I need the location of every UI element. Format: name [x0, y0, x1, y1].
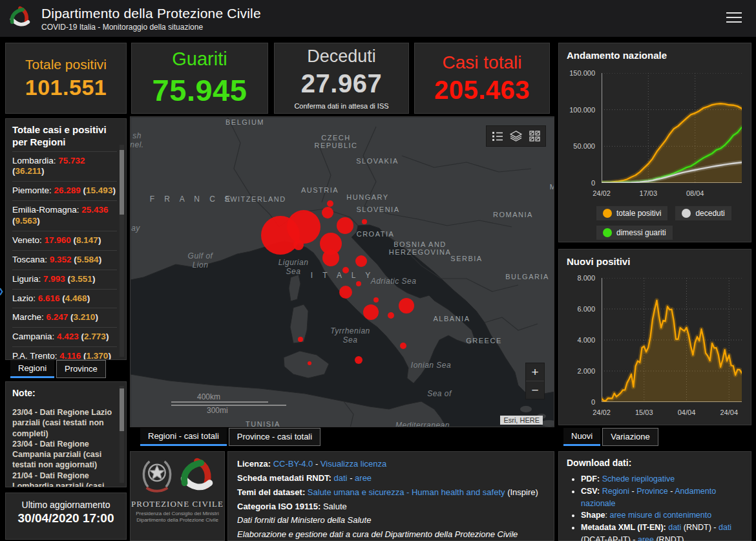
region-list-item[interactable]: Toscana: 9.352 (5.584) [12, 250, 117, 270]
case-bubble[interactable] [399, 298, 414, 313]
tab-regioni[interactable]: Regioni [10, 360, 54, 378]
case-bubble[interactable] [362, 219, 367, 224]
region-list-item[interactable]: Marche: 6.247 (3.210) [12, 308, 117, 327]
chart-tab-variazione[interactable]: Variazione [602, 428, 658, 446]
region-positive: 4.468 [65, 293, 87, 303]
text: Temi del dataset: [237, 487, 308, 497]
case-bubble[interactable] [287, 210, 320, 244]
region-positive: 2.773 [84, 332, 106, 341]
region-list-item[interactable]: Campania: 4.423 (2.773) [12, 327, 117, 346]
region-total: 9.352 [50, 255, 74, 264]
download-item: PDF: Schede riepilogative [581, 473, 743, 485]
case-bubble[interactable] [373, 297, 379, 302]
legend-item[interactable]: deceduti [675, 206, 731, 220]
note-item: 23/04 - Dati Regione Campania parziali (… [12, 439, 116, 471]
case-bubble[interactable] [356, 281, 361, 286]
region-list-item[interactable]: Piemonte: 26.289 (15.493) [12, 181, 117, 200]
region-name: Piemonte: [12, 186, 54, 195]
legend-item[interactable]: totale positivi [596, 206, 667, 220]
license-link[interactable]: dati [334, 473, 348, 483]
download-link[interactable]: aree misure di contenimento [609, 511, 711, 520]
italy-map[interactable]: BELGIUMsh nel.ayCZECH REPUBLICSLOVAKIAAU… [130, 116, 554, 427]
notes-panel: Note: 23/04 - Dati Regione Lazio parzial… [5, 381, 127, 487]
y-tick-label: 4.000 [577, 336, 595, 344]
case-bubble[interactable] [322, 249, 339, 266]
case-bubble[interactable] [342, 267, 349, 273]
chart-tab-nuovi[interactable]: Nuovi [563, 428, 600, 446]
download-link[interactable]: dati [719, 523, 731, 532]
text: CSV: [581, 487, 602, 496]
case-bubble[interactable] [337, 217, 353, 234]
text: Scheda metadati RNDT: [237, 473, 334, 483]
region-name: Marche: [12, 312, 47, 322]
license-link[interactable]: CC-BY-4.0 [273, 459, 313, 469]
case-bubble[interactable] [355, 356, 362, 364]
license-link[interactable]: Salute umana e sicurezza - Human health … [308, 487, 505, 497]
dashboard: Dipartimento della Protezione Civile COV… [0, 0, 756, 541]
text: Dati forniti dal Ministero della Salute [237, 515, 371, 525]
license-line: Licenza: CC-BY-4.0 - Visualizza licenza [237, 458, 545, 471]
tab-province[interactable]: Province [56, 360, 106, 378]
case-bubble[interactable] [388, 312, 394, 319]
y-tick-label: 2.000 [577, 367, 595, 375]
region-list-item[interactable]: Veneto: 17.960 (8.147) [12, 231, 117, 250]
map-tab-province-casi-totali[interactable]: Province - casi totali [229, 428, 320, 446]
region-total: 25.436 [81, 205, 108, 215]
license-link[interactable]: Visualizza licenza [320, 459, 386, 469]
region-list-item[interactable]: Liguria: 7.993 (3.551) [12, 270, 117, 289]
download-item: CSV: Regioni - Province - Andamento nazi… [581, 485, 743, 510]
license-link[interactable]: aree [355, 473, 372, 483]
regions-scrollbar[interactable] [120, 145, 124, 357]
panel-collapse-icon[interactable]: ❯ [0, 287, 4, 295]
case-bubble[interactable] [400, 343, 406, 349]
region-total: 4.423 [57, 332, 81, 341]
case-bubble[interactable] [363, 304, 379, 320]
menu-icon[interactable] [726, 12, 742, 24]
zoom-in-button[interactable]: + [526, 363, 544, 381]
case-bubble[interactable] [327, 200, 333, 207]
note-item: 21/04 - Dati Regione Lombardia parziali … [12, 471, 116, 488]
legend-dot [603, 209, 612, 218]
legend-icon[interactable] [488, 128, 506, 144]
download-link[interactable]: Province [636, 487, 668, 496]
region-positive: 5.584 [77, 255, 99, 264]
case-bubble[interactable] [339, 286, 352, 299]
chart-plot [602, 73, 742, 183]
legend-label: dimessi guariti [616, 228, 666, 237]
paren: ) [41, 166, 45, 176]
legend-item[interactable]: dimessi guariti [596, 226, 673, 240]
andamento-panel: Andamento nazionale 050.000100.000150.00… [558, 43, 751, 242]
nuovi-chart-svg [602, 278, 742, 402]
logo-caption-2: Presidenza del Consiglio dei Ministri Di… [136, 511, 219, 524]
case-bubble[interactable] [293, 240, 304, 250]
region-list-item[interactable]: Emilia-Romagna: 25.436 (9.563) [12, 200, 117, 231]
download-link[interactable]: dati [668, 523, 681, 532]
paren: ) [112, 186, 116, 195]
case-bubble[interactable] [355, 255, 367, 267]
region-name: Toscana: [12, 255, 50, 264]
map-tabs: Regioni - casi totaliProvince - casi tot… [140, 428, 320, 446]
license-line: Dati forniti dal Ministero della Salute [237, 514, 545, 527]
layers-icon[interactable] [507, 128, 525, 144]
download-link[interactable]: aree [638, 535, 654, 541]
zoom-out-button[interactable]: − [526, 381, 544, 399]
footer-logo-panel: PROTEZIONE CIVILE Presidenza del Consigl… [130, 451, 225, 541]
text: (Inspire) [505, 487, 538, 497]
case-bubble[interactable] [308, 361, 311, 365]
region-list-item[interactable]: Lombardia: 75.732 (36.211) [12, 151, 117, 182]
download-link[interactable]: Schede riepilogative [602, 474, 675, 483]
case-bubble[interactable] [298, 337, 303, 342]
x-tick-label: 04/04 [678, 408, 696, 416]
region-list-item[interactable]: Lazio: 6.616 (4.468) [12, 289, 117, 308]
note-item: 23/04 - Dati Regione Lazio parziali (cas… [12, 407, 116, 439]
download-link[interactable]: Regioni [602, 487, 629, 496]
regions-panel: Totale casi e positivi per Regioni Lomba… [5, 118, 127, 360]
case-bubble[interactable] [322, 207, 333, 218]
notes-scrollbar[interactable] [120, 386, 124, 483]
app-header: Dipartimento della Protezione Civile COV… [0, 0, 756, 37]
region-list-item[interactable]: P.A. Trento: 4.116 (1.370) [12, 346, 117, 360]
map-tab-regioni-casi-totali[interactable]: Regioni - casi totali [140, 428, 227, 446]
map-attribution[interactable]: Esri, HERE [500, 416, 543, 425]
andamento-title: Andamento nazionale [559, 43, 751, 61]
basemap-gallery-icon[interactable] [526, 128, 543, 144]
